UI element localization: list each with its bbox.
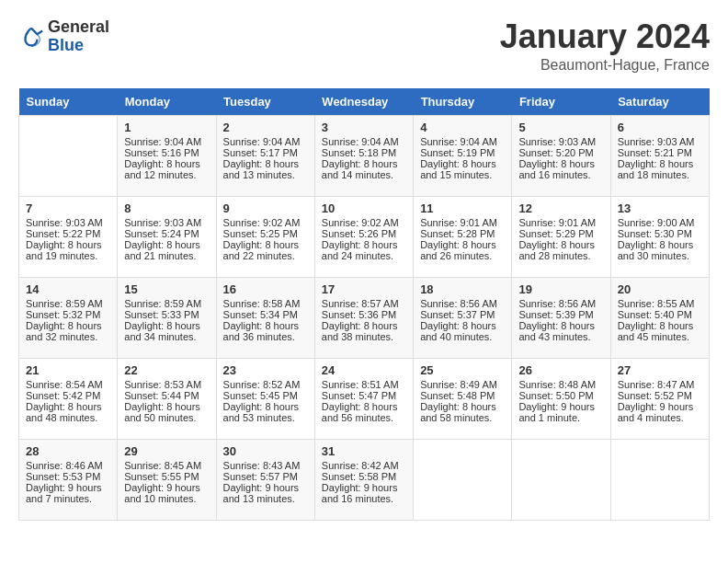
cell-w4-d6: 26 Sunrise: 8:48 AM Sunset: 5:50 PM Dayl… [512, 358, 610, 439]
sunset: Sunset: 5:16 PM [124, 147, 199, 158]
col-monday: Monday [118, 88, 216, 116]
col-sunday: Sunday [19, 88, 118, 116]
sunset: Sunset: 5:42 PM [26, 390, 100, 401]
sunrise: Sunrise: 9:03 AM [618, 136, 695, 147]
col-tuesday: Tuesday [216, 88, 314, 116]
daylight: Daylight: 9 hours and 7 minutes. [26, 482, 102, 504]
day-number: 5 [518, 121, 603, 134]
day-number: 9 [223, 201, 308, 215]
daylight: Daylight: 8 hours and 48 minutes. [26, 401, 102, 423]
day-number: 26 [518, 363, 603, 377]
sunset: Sunset: 5:29 PM [518, 228, 593, 239]
sunrise: Sunrise: 8:46 AM [26, 460, 103, 471]
sunset: Sunset: 5:32 PM [26, 309, 100, 320]
daylight: Daylight: 8 hours and 53 minutes. [223, 401, 300, 423]
day-number: 2 [223, 121, 308, 134]
cell-w5-d6 [512, 439, 610, 520]
sunrise: Sunrise: 8:45 AM [124, 460, 201, 471]
day-number: 8 [124, 201, 209, 215]
week-row-3: 14 Sunrise: 8:59 AM Sunset: 5:32 PM Dayl… [19, 277, 710, 358]
daylight: Daylight: 8 hours and 56 minutes. [322, 401, 398, 423]
daylight: Daylight: 8 hours and 28 minutes. [518, 239, 595, 261]
sunrise: Sunrise: 8:55 AM [618, 298, 695, 309]
sunset: Sunset: 5:17 PM [223, 147, 298, 158]
cell-w5-d1: 28 Sunrise: 8:46 AM Sunset: 5:53 PM Dayl… [19, 439, 118, 520]
day-number: 28 [26, 444, 110, 458]
cell-w2-d2: 8 Sunrise: 9:03 AM Sunset: 5:24 PM Dayli… [118, 196, 216, 277]
sunset: Sunset: 5:55 PM [124, 471, 199, 482]
daylight: Daylight: 8 hours and 30 minutes. [618, 239, 694, 261]
sunset: Sunset: 5:40 PM [618, 309, 692, 320]
sunset: Sunset: 5:36 PM [322, 309, 396, 320]
day-number: 23 [223, 363, 308, 377]
daylight: Daylight: 8 hours and 15 minutes. [420, 158, 496, 180]
day-number: 22 [124, 363, 209, 377]
daylight: Daylight: 9 hours and 13 minutes. [223, 482, 300, 504]
day-number: 10 [322, 201, 406, 215]
sunset: Sunset: 5:52 PM [618, 390, 692, 401]
sunset: Sunset: 5:50 PM [518, 390, 593, 401]
sunset: Sunset: 5:57 PM [223, 471, 298, 482]
daylight: Daylight: 8 hours and 12 minutes. [124, 158, 200, 180]
sunrise: Sunrise: 9:04 AM [420, 136, 497, 147]
sunset: Sunset: 5:45 PM [223, 390, 298, 401]
sunrise: Sunrise: 8:42 AM [322, 460, 399, 471]
day-number: 31 [322, 444, 406, 458]
col-wednesday: Wednesday [314, 88, 413, 116]
logo-text: General Blue [48, 18, 109, 55]
week-row-1: 1 Sunrise: 9:04 AM Sunset: 5:16 PM Dayli… [19, 115, 710, 196]
calendar-table: Sunday Monday Tuesday Wednesday Thursday… [18, 88, 710, 521]
sunset: Sunset: 5:25 PM [223, 228, 298, 239]
day-number: 30 [223, 444, 308, 458]
day-number: 7 [26, 201, 110, 215]
sunrise: Sunrise: 8:53 AM [124, 379, 201, 390]
sunrise: Sunrise: 8:57 AM [322, 298, 399, 309]
week-row-2: 7 Sunrise: 9:03 AM Sunset: 5:22 PM Dayli… [19, 196, 710, 277]
sunset: Sunset: 5:30 PM [618, 228, 692, 239]
day-number: 20 [618, 282, 702, 296]
day-number: 3 [322, 121, 406, 134]
sunset: Sunset: 5:20 PM [518, 147, 593, 158]
daylight: Daylight: 9 hours and 1 minute. [518, 401, 595, 423]
daylight: Daylight: 8 hours and 40 minutes. [420, 320, 496, 342]
cell-w3-d6: 19 Sunrise: 8:56 AM Sunset: 5:39 PM Dayl… [512, 277, 610, 358]
week-row-4: 21 Sunrise: 8:54 AM Sunset: 5:42 PM Dayl… [19, 358, 710, 439]
sunrise: Sunrise: 8:56 AM [518, 298, 596, 309]
cell-w5-d7 [610, 439, 709, 520]
sunset: Sunset: 5:26 PM [322, 228, 396, 239]
daylight: Daylight: 8 hours and 26 minutes. [420, 239, 496, 261]
daylight: Daylight: 8 hours and 38 minutes. [322, 320, 398, 342]
daylight: Daylight: 8 hours and 16 minutes. [518, 158, 595, 180]
sunrise: Sunrise: 9:02 AM [223, 217, 301, 228]
sunrise: Sunrise: 9:03 AM [518, 136, 596, 147]
cell-w4-d3: 23 Sunrise: 8:52 AM Sunset: 5:45 PM Dayl… [216, 358, 314, 439]
sunrise: Sunrise: 8:59 AM [124, 298, 201, 309]
cell-w1-d7: 6 Sunrise: 9:03 AM Sunset: 5:21 PM Dayli… [610, 115, 709, 196]
daylight: Daylight: 8 hours and 14 minutes. [322, 158, 398, 180]
daylight: Daylight: 9 hours and 16 minutes. [322, 482, 398, 504]
cell-w5-d2: 29 Sunrise: 8:45 AM Sunset: 5:55 PM Dayl… [118, 439, 216, 520]
sunrise: Sunrise: 8:49 AM [420, 379, 497, 390]
day-number: 16 [223, 282, 308, 296]
cell-w1-d1 [19, 115, 118, 196]
sunrise: Sunrise: 8:47 AM [618, 379, 695, 390]
sunrise: Sunrise: 8:56 AM [420, 298, 497, 309]
daylight: Daylight: 8 hours and 21 minutes. [124, 239, 200, 261]
title-block: January 2024 Beaumont-Hague, France [500, 18, 710, 74]
sunset: Sunset: 5:21 PM [618, 147, 692, 158]
cell-w3-d5: 18 Sunrise: 8:56 AM Sunset: 5:37 PM Dayl… [414, 277, 512, 358]
sunrise: Sunrise: 9:01 AM [420, 217, 497, 228]
sunrise: Sunrise: 8:58 AM [223, 298, 301, 309]
sunrise: Sunrise: 9:04 AM [124, 136, 201, 147]
day-number: 6 [618, 121, 702, 134]
sunset: Sunset: 5:58 PM [322, 471, 396, 482]
sunset: Sunset: 5:19 PM [420, 147, 495, 158]
cell-w4-d1: 21 Sunrise: 8:54 AM Sunset: 5:42 PM Dayl… [19, 358, 118, 439]
week-row-5: 28 Sunrise: 8:46 AM Sunset: 5:53 PM Dayl… [19, 439, 710, 520]
sunrise: Sunrise: 8:43 AM [223, 460, 301, 471]
logo-icon [18, 24, 44, 50]
cell-w1-d2: 1 Sunrise: 9:04 AM Sunset: 5:16 PM Dayli… [118, 115, 216, 196]
sunset: Sunset: 5:24 PM [124, 228, 199, 239]
sunrise: Sunrise: 9:04 AM [322, 136, 399, 147]
daylight: Daylight: 8 hours and 50 minutes. [124, 401, 200, 423]
